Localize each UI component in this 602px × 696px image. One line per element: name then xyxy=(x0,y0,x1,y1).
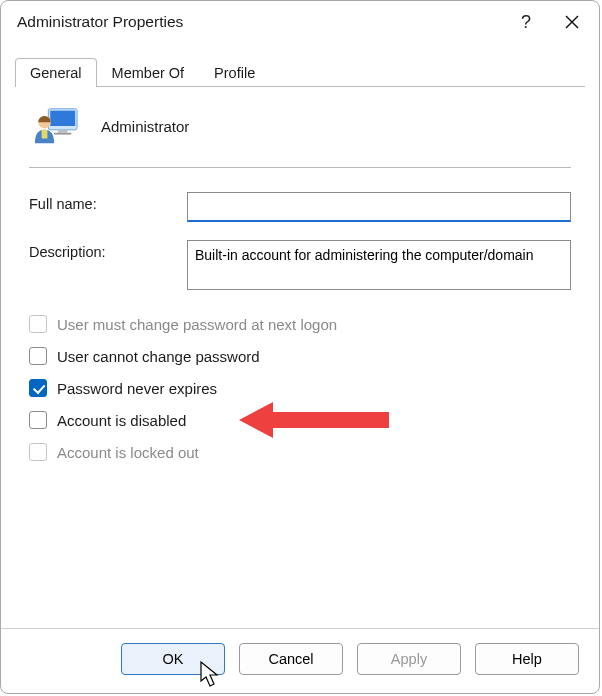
close-icon xyxy=(565,15,579,29)
checkbox-icon xyxy=(29,315,47,333)
svg-rect-5 xyxy=(54,133,71,135)
tab-strip: General Member Of Profile xyxy=(1,43,599,87)
check-label: User cannot change password xyxy=(57,348,260,365)
user-header: Administrator xyxy=(29,99,571,167)
check-label: Password never expires xyxy=(57,380,217,397)
title-bar: Administrator Properties ? xyxy=(1,1,599,43)
check-label: Account is disabled xyxy=(57,412,186,429)
tab-member-of[interactable]: Member Of xyxy=(97,58,200,87)
checkbox-icon xyxy=(29,411,47,429)
svg-marker-7 xyxy=(239,402,389,438)
tab-general[interactable]: General xyxy=(15,58,97,87)
ok-button[interactable]: OK xyxy=(121,643,225,675)
full-name-input[interactable] xyxy=(187,192,571,222)
help-dialog-button[interactable]: Help xyxy=(475,643,579,675)
user-name: Administrator xyxy=(101,118,189,135)
check-label: Account is locked out xyxy=(57,444,199,461)
help-icon: ? xyxy=(521,12,531,33)
description-label: Description: xyxy=(29,240,187,260)
cancel-button[interactable]: Cancel xyxy=(239,643,343,675)
checkbox-icon xyxy=(29,443,47,461)
checkbox-icon xyxy=(29,379,47,397)
window-title: Administrator Properties xyxy=(17,13,503,31)
apply-button: Apply xyxy=(357,643,461,675)
check-account-disabled[interactable]: Account is disabled xyxy=(29,404,571,436)
separator xyxy=(29,167,571,168)
check-cannot-change-password[interactable]: User cannot change password xyxy=(29,340,571,372)
user-account-icon xyxy=(33,103,79,149)
dialog-administrator-properties: Administrator Properties ? General Membe… xyxy=(0,0,600,694)
check-label: User must change password at next logon xyxy=(57,316,337,333)
tab-profile[interactable]: Profile xyxy=(199,58,270,87)
check-account-locked-out: Account is locked out xyxy=(29,436,571,468)
options-group: User must change password at next logon … xyxy=(29,308,571,468)
svg-rect-3 xyxy=(50,111,75,126)
full-name-label: Full name: xyxy=(29,192,187,212)
svg-rect-4 xyxy=(58,130,68,133)
description-input[interactable] xyxy=(187,240,571,290)
check-password-never-expires[interactable]: Password never expires xyxy=(29,372,571,404)
help-button[interactable]: ? xyxy=(503,1,549,43)
close-button[interactable] xyxy=(549,1,595,43)
tab-panel-general: Administrator Full name: Description: Us… xyxy=(1,87,599,628)
checkbox-icon xyxy=(29,347,47,365)
check-must-change-password: User must change password at next logon xyxy=(29,308,571,340)
button-bar: OK Cancel Apply Help xyxy=(1,628,599,693)
